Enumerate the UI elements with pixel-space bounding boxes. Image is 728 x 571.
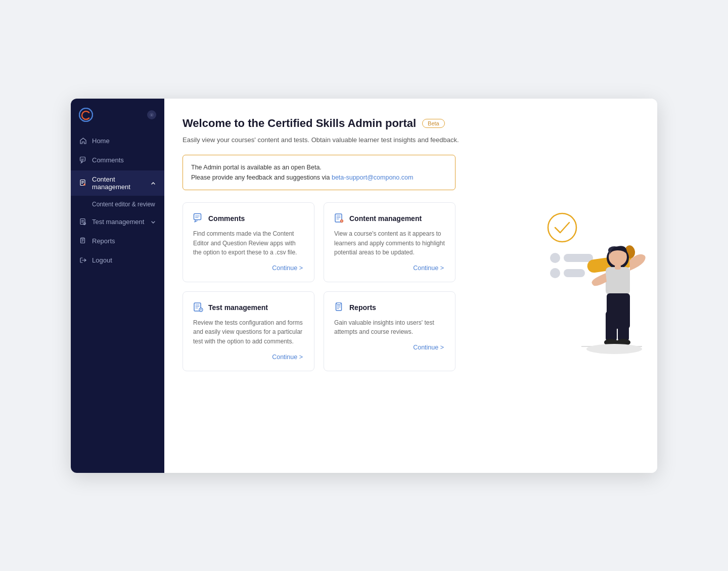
sidebar-test-management-label: Test management xyxy=(92,218,145,226)
card-test-management-link[interactable]: Continue > xyxy=(193,354,304,361)
sidebar-content-management-label: Content management xyxy=(92,175,145,191)
card-comments-header: Comments xyxy=(193,213,304,224)
card-test-management-desc: Review the tests configuration and forms… xyxy=(193,318,304,346)
card-reports-link[interactable]: Continue > xyxy=(334,344,445,351)
card-content-management[interactable]: Content management View a course's conte… xyxy=(324,202,456,282)
sidebar-item-comments[interactable]: Comments xyxy=(71,151,164,169)
reports-card-icon xyxy=(334,302,345,313)
chevron-up-icon xyxy=(150,180,156,186)
chevron-down-icon xyxy=(150,219,156,225)
reports-icon xyxy=(79,237,87,245)
sidebar-item-test-management[interactable]: Test management xyxy=(71,213,164,231)
page-subtitle: Easily view your courses' content and te… xyxy=(183,135,466,145)
sidebar-home-label: Home xyxy=(92,137,156,145)
svg-rect-31 xyxy=(606,311,617,341)
sidebar-comments-label: Comments xyxy=(92,156,156,164)
card-content-management-title: Content management xyxy=(349,214,422,223)
main-content: Welcome to the Certified Skills Admin po… xyxy=(164,99,657,473)
sidebar-reports-label: Reports xyxy=(92,237,156,245)
sidebar-item-reports[interactable]: Reports xyxy=(71,232,164,250)
card-content-management-link[interactable]: Continue > xyxy=(334,265,445,272)
content-management-icon xyxy=(79,179,87,187)
alert-email-link[interactable]: beta-support@compono.com xyxy=(332,174,413,181)
test-management-icon xyxy=(79,218,87,226)
sidebar-item-home[interactable]: Home xyxy=(71,132,164,150)
svg-rect-29 xyxy=(615,265,621,270)
page-title: Welcome to the Certified Skills Admin po… xyxy=(183,117,416,130)
svg-rect-9 xyxy=(81,238,84,239)
feature-cards-grid: Comments Find comments made via the Cont… xyxy=(183,202,456,371)
card-content-management-header: Content management xyxy=(334,213,445,224)
sidebar-nav: Home Comments xyxy=(71,132,164,270)
card-content-management-desc: View a course's content as it appears to… xyxy=(334,229,445,257)
beta-badge: Beta xyxy=(422,119,445,128)
card-reports-header: Reports xyxy=(334,302,445,313)
svg-rect-21 xyxy=(564,254,593,262)
card-test-management-header: Test management xyxy=(193,302,304,313)
comments-icon xyxy=(79,156,87,164)
svg-point-20 xyxy=(550,268,560,278)
sidebar-header: ‹ xyxy=(71,108,164,132)
card-reports-desc: Gain valuable insights into users' test … xyxy=(334,318,445,337)
sidebar: ‹ Home xyxy=(71,99,164,473)
svg-point-36 xyxy=(586,344,642,354)
svg-point-19 xyxy=(550,253,560,263)
alert-box: The Admin portal is available as an open… xyxy=(183,155,456,190)
svg-point-18 xyxy=(548,213,576,242)
home-icon xyxy=(79,137,87,145)
svg-rect-10 xyxy=(194,214,201,220)
card-comments-title: Comments xyxy=(208,214,245,223)
card-test-management[interactable]: Test management Review the tests configu… xyxy=(183,291,314,371)
comments-card-icon xyxy=(193,213,204,224)
sidebar-item-logout[interactable]: Logout xyxy=(71,251,164,270)
test-management-card-icon xyxy=(193,302,204,313)
card-test-management-title: Test management xyxy=(208,303,268,312)
sidebar-item-content-management[interactable]: Content management xyxy=(71,170,164,196)
card-comments[interactable]: Comments Find comments made via the Cont… xyxy=(183,202,314,282)
app-logo xyxy=(79,108,93,122)
sidebar-close-button[interactable]: ‹ xyxy=(147,110,156,119)
alert-text: The Admin portal is available as an open… xyxy=(191,162,447,183)
svg-rect-27 xyxy=(606,267,630,295)
sidebar-logout-label: Logout xyxy=(92,256,156,264)
svg-rect-22 xyxy=(564,269,585,277)
sidebar-item-content-editor[interactable]: Content editor & review xyxy=(71,197,164,212)
content-management-card-icon xyxy=(334,213,345,224)
hero-illustration xyxy=(536,200,647,372)
page-header: Welcome to the Certified Skills Admin po… xyxy=(183,117,637,130)
app-window: ‹ Home xyxy=(71,99,657,473)
svg-rect-32 xyxy=(618,311,629,341)
card-comments-desc: Find comments made via the Content Edito… xyxy=(193,229,304,257)
card-reports-title: Reports xyxy=(349,303,376,312)
svg-rect-17 xyxy=(338,303,340,304)
card-comments-link[interactable]: Continue > xyxy=(193,265,304,272)
logout-icon xyxy=(79,256,87,265)
card-reports[interactable]: Reports Gain valuable insights into user… xyxy=(324,291,456,371)
